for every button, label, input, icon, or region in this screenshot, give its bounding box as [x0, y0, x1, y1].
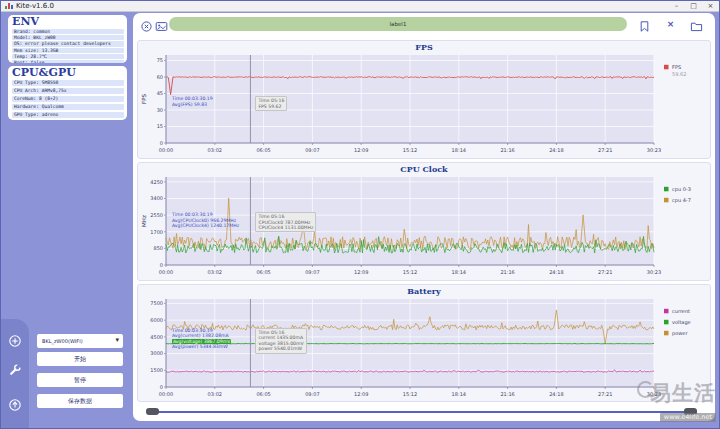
- window-title: Kite-v1.6.0: [16, 1, 54, 11]
- cpugpu-panel-title: CPU&GPU: [12, 67, 124, 79]
- battery-chart-title: Battery: [138, 285, 710, 297]
- x-tick-label: 27:21: [598, 147, 612, 153]
- screenshot-icon[interactable]: [155, 18, 168, 31]
- slider-track[interactable]: [149, 411, 697, 413]
- y-tick-label: 0: [160, 262, 163, 268]
- info-line: GPU Type: adreno: [12, 112, 124, 118]
- chart-canvas[interactable]: 01500300045006000750000:0003:0206:0509:0…: [138, 297, 710, 401]
- legend-item[interactable]: current: [664, 308, 690, 314]
- x-tick-label: 09:07: [305, 391, 319, 397]
- x-tick-label: 12:09: [354, 269, 368, 275]
- add-device-icon[interactable]: [8, 333, 22, 347]
- x-tick-label: 21:16: [500, 391, 514, 397]
- x-tick-label: 15:12: [403, 147, 417, 153]
- x-tick-label: 18:14: [452, 269, 466, 275]
- pause-button[interactable]: 暂停: [37, 373, 123, 387]
- x-tick-label: 30:23: [647, 269, 661, 275]
- y-tick-label: 60: [157, 74, 163, 80]
- x-tick-label: 06:05: [256, 391, 270, 397]
- slider-handle-right[interactable]: [684, 408, 697, 415]
- y-tick-label: 75: [157, 57, 163, 63]
- x-tick-label: 15:12: [403, 269, 417, 275]
- maximize-button[interactable]: □: [685, 1, 702, 11]
- svg-text:FPS: FPS: [672, 64, 681, 70]
- chart-canvas[interactable]: 0850170025503400425000:0003:0206:0509:07…: [138, 175, 710, 279]
- y-tick-label: 6000: [150, 317, 163, 323]
- info-line: CPU Arch: ARMv8,75x: [12, 88, 124, 94]
- device-select-value: BKL_zW00(WIFI): [42, 338, 83, 344]
- y-tick-label: 1700: [150, 229, 163, 235]
- legend-item[interactable]: voltage: [664, 319, 691, 326]
- legend-item[interactable]: FPS59.62: [664, 64, 686, 77]
- x-tick-label: 27:21: [598, 269, 612, 275]
- x-tick-label: 30:23: [647, 391, 661, 397]
- fps-chart-title: FPS: [138, 41, 710, 53]
- x-tick-label: 03:02: [208, 269, 222, 275]
- y-tick-label: 4250: [150, 179, 163, 185]
- cpu-clock-chart-title: CPU Clock: [138, 163, 710, 175]
- label-bar[interactable]: label1: [169, 17, 627, 31]
- info-line: OS: error please contact developers: [12, 41, 124, 46]
- cpu-clock-chart: CPU Clock 0850170025503400425000:0003:02…: [137, 162, 711, 281]
- chevron-down-icon: ▾: [115, 334, 119, 347]
- battery-chart: Battery 01500300045006000750000:0003:020…: [137, 284, 711, 402]
- bookmark-save-icon[interactable]: [638, 18, 651, 31]
- legend-item[interactable]: power: [664, 330, 688, 337]
- device-select[interactable]: BKL_zW00(WIFI) ▾: [37, 334, 123, 348]
- x-tick-label: 03:02: [208, 147, 222, 153]
- x-tick-label: 12:09: [354, 391, 368, 397]
- time-range-slider: [133, 405, 715, 419]
- x-tick-label: 24:18: [549, 391, 563, 397]
- y-tick-label: 0: [160, 140, 163, 146]
- cpu-clock-chart-plot[interactable]: 0850170025503400425000:0003:0206:0509:07…: [138, 175, 710, 283]
- side-icon-strip: [1, 319, 29, 429]
- x-tick-label: 00:00: [159, 147, 173, 153]
- y-tick-label: 30: [157, 107, 163, 113]
- y-tick-label: 0: [160, 384, 163, 390]
- x-tick-label: 15:12: [403, 391, 417, 397]
- fps-chart: FPS 0153045607500:0003:0206:0509:0712:09…: [137, 40, 711, 159]
- x-tick-label: 06:05: [256, 147, 270, 153]
- y-tick-label: 1500: [150, 367, 163, 373]
- app-window: Kite-v1.6.0 – □ × ENV Brand: commonModel…: [0, 0, 720, 429]
- env-lines: Brand: commonModel: BKL_zW00OS: error pl…: [12, 29, 124, 63]
- x-tick-label: 09:07: [305, 147, 319, 153]
- info-line: Model: BKL_zW00: [12, 35, 124, 40]
- legend-item[interactable]: cpu 0-3: [664, 186, 691, 193]
- y-tick-label: 15: [157, 123, 163, 129]
- x-tick-label: 18:14: [452, 391, 466, 397]
- main-panel: label1 × FPS 0153045607500:0003:0206:050…: [133, 13, 715, 421]
- cpugpu-panel: CPU&GPU CPU Type: SM8550CPU Arch: ARMv8,…: [8, 66, 127, 120]
- x-tick-label: 24:18: [549, 147, 563, 153]
- x-tick-label: 21:16: [500, 147, 514, 153]
- slider-handle-left[interactable]: [146, 408, 159, 415]
- x-tick-label: 03:02: [208, 391, 222, 397]
- minimize-button[interactable]: –: [668, 1, 685, 11]
- x-tick-label: 06:05: [256, 269, 270, 275]
- y-tick-label: 2550: [150, 212, 163, 218]
- x-tick-label: 00:00: [159, 269, 173, 275]
- close-button[interactable]: ×: [702, 1, 719, 11]
- info-line: Temp: 28.7℃: [12, 54, 124, 59]
- legend-item[interactable]: cpu 4-7: [664, 197, 691, 204]
- svg-text:current: current: [672, 308, 690, 314]
- save-data-button[interactable]: 保存数据: [37, 394, 123, 408]
- titlebar: Kite-v1.6.0 – □ ×: [1, 1, 719, 12]
- info-line: Hardware: Qualcomm: [12, 104, 124, 110]
- svg-text:cpu 4-7: cpu 4-7: [672, 197, 691, 204]
- upload-icon[interactable]: [8, 397, 22, 411]
- clear-icon[interactable]: ×: [664, 18, 677, 31]
- folder-icon[interactable]: [690, 18, 703, 31]
- chart-canvas[interactable]: 0153045607500:0003:0206:0509:0712:0915:1…: [138, 53, 710, 157]
- refresh-connection-icon[interactable]: [140, 18, 153, 31]
- app-logo-icon: [5, 3, 13, 9]
- start-button[interactable]: 开始: [37, 352, 123, 366]
- fps-chart-plot[interactable]: 0153045607500:0003:0206:0509:0712:0915:1…: [138, 53, 710, 161]
- svg-text:cpu 0-3: cpu 0-3: [672, 186, 691, 193]
- settings-wrench-icon[interactable]: [8, 362, 22, 376]
- x-tick-label: 21:16: [500, 269, 514, 275]
- y-tick-label: 3400: [150, 195, 163, 201]
- y-axis-label: MHz: [141, 215, 147, 227]
- y-tick-label: 3000: [150, 350, 163, 356]
- battery-chart-plot[interactable]: 01500300045006000750000:0003:0206:0509:0…: [138, 297, 710, 405]
